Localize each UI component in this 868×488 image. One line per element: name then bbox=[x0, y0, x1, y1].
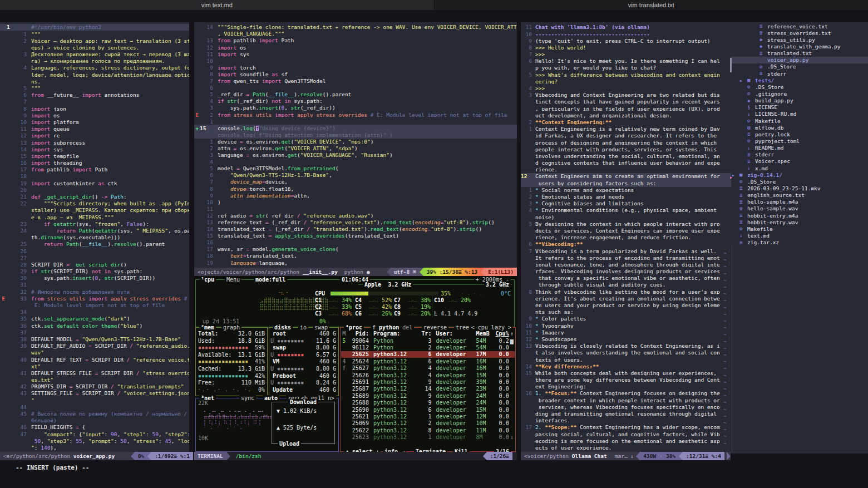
chat-line[interactable]: erience. It's about creating an emotiona… bbox=[521, 295, 731, 302]
tree-item[interactable]: §LICENSE bbox=[731, 104, 868, 111]
tree-item[interactable]: ◆build_app.py bbox=[731, 97, 868, 104]
code-line[interactable]: 15translated_text = apply_stress_overrid… bbox=[194, 233, 517, 239]
code-line[interactable]: 30 sys.path.insert(0, str(SCRIPT_DIR)) bbox=[0, 275, 189, 282]
code-line[interactable]: 12ref_audio = str(_ref_dir / "reference_… bbox=[194, 213, 517, 219]
vim-pane-voicer-app[interactable]: 1#!/usr/bin/env python31"""2Voicer — des… bbox=[0, 22, 189, 454]
file-tree[interactable]: ≣reference_voice.txt≣stress_overrides.tx… bbox=[728, 23, 867, 246]
code-line[interactable]: 10) bbox=[194, 199, 517, 205]
chat-line[interactable]: 6Hello! It's nice to meet you. Is there … bbox=[521, 58, 731, 65]
code-line[interactable]: 3 sys.path.insert(0, str(_ref_dir)) bbox=[194, 105, 517, 111]
process-row[interactable]: 25690python3.126developer15M⋅ ⋅ ⋅ ⋅0.0 bbox=[341, 406, 515, 413]
code-line[interactable]: 16 bbox=[194, 239, 517, 246]
code-line[interactable]: 41DEFAULT_STRESS_FILE = SCRIPT_DIR / "st… bbox=[0, 370, 189, 377]
code-line[interactable]: 34 bbox=[0, 309, 189, 316]
code-line[interactable]: 9import torch bbox=[194, 65, 517, 71]
chat-line[interactable]: 9(type 'quit' to exit, press CTRL-C to i… bbox=[521, 37, 731, 44]
code-line[interactable]: E2from stress_utils import apply_stress_… bbox=[194, 111, 517, 118]
chat-line[interactable]: 2* Emotional states and needs bbox=[521, 194, 731, 200]
tree-item[interactable]: ↓LICENSE-RU.md bbox=[731, 111, 868, 117]
chat-line[interactable]: 1* Social norms and expectations bbox=[521, 187, 731, 194]
process-row[interactable]: 25689python3.129developer24M⋅ ⋅ ⋅ ⋅0.0 bbox=[341, 392, 515, 399]
chat-line[interactable]: ext Engineering: bbox=[521, 383, 731, 390]
process-row[interactable]: f25627python3.124developer16M⋅ ⋅ ⋅ ⋅0.0 bbox=[341, 365, 515, 372]
code-line[interactable]: 17wavs, sr = model.generate_voice_clone( bbox=[194, 246, 517, 253]
tree-item[interactable]: ≣english_source.txt bbox=[731, 192, 861, 199]
code-line[interactable]: 45# Высота полей по режиму (компактно / … bbox=[0, 411, 189, 417]
chat-line[interactable]: ional resonance, tone, and atmosphere th… bbox=[521, 262, 731, 268]
code-line[interactable]: 7 device_map=device, bbox=[194, 179, 517, 185]
chat-line[interactable]: 3* Cognitive biases and limitations bbox=[521, 200, 731, 207]
tree-item[interactable]: ≣stderr bbox=[731, 70, 868, 77]
code-line[interactable]: xt" bbox=[0, 363, 189, 369]
tree-item[interactable]: voicer_app.py bbox=[731, 57, 868, 63]
tree-item[interactable]: ⚙.gitignore bbox=[731, 90, 868, 97]
chat-line[interactable]: 8Think of vibecoding like setting the mo… bbox=[521, 288, 731, 295]
tree-item[interactable]: ≣Voicer.spec bbox=[731, 158, 868, 165]
code-line[interactable]: +15console.log(f"Using device {device}") bbox=[194, 125, 517, 131]
chat-line[interactable]: en users and your product or service by … bbox=[521, 302, 731, 309]
chat-line[interactable]: ects of user experience. bbox=[521, 445, 731, 451]
tree-item[interactable]: ≣reference_voice.txt bbox=[731, 23, 868, 29]
code-line[interactable]: console.log( f"Using attention implement… bbox=[194, 132, 517, 139]
tree-item[interactable]: ◆translate_with_gemma.py bbox=[731, 43, 868, 50]
tree-item[interactable]: ≣hello-sample.m4a bbox=[731, 199, 861, 205]
code-line[interactable]: 1""" bbox=[0, 31, 189, 37]
chat-line[interactable]: uct development, and organizational desi… bbox=[521, 112, 731, 119]
tree-folder[interactable]: ▸■tests/ bbox=[731, 77, 868, 83]
code-line[interactable]: 19import customtkinter as ctk bbox=[0, 180, 189, 186]
chat-line[interactable]: 14**Key differences:** bbox=[521, 363, 731, 369]
chat-line[interactable]: that convey a specific emotional vibe or… bbox=[521, 275, 731, 282]
tree-item[interactable]: ≣hobbit-entry.wav bbox=[731, 219, 861, 225]
code-line[interactable]: 15import tempfile bbox=[0, 153, 189, 160]
code-line[interactable]: 2Voicer — desktop app: raw text → transl… bbox=[0, 37, 189, 44]
process-row[interactable]: 25625python3.126developer17M⋅ ⋅ ⋅ ⋅0.0 bbox=[341, 351, 515, 358]
chat-line[interactable]: p you with, or would you like to chat? bbox=[521, 65, 731, 71]
chat-line[interactable]: 7Vibecoding is a term popularized by Dav… bbox=[521, 248, 731, 254]
code-line[interactable]: wav" bbox=[0, 349, 189, 356]
chat-line[interactable]: 11Chat with 'llama3.1:8b' (via ollama) bbox=[521, 24, 731, 31]
code-line[interactable]: es.txt" bbox=[0, 377, 189, 383]
code-line[interactable]: 26 bbox=[0, 248, 189, 254]
process-row[interactable]: 25691python3.129developer39M⋅ ⋅ ⋅ ⋅0.0 bbox=[341, 378, 515, 385]
chat-line[interactable]: 6**Vibecoding:** bbox=[521, 241, 731, 248]
code-line[interactable]: 5model = Qwen3TTSModel.from_pretrained( bbox=[194, 165, 517, 172]
tree-item[interactable]: ↓text.md bbox=[731, 232, 861, 239]
chat-line[interactable]: there are some key differences between V… bbox=[521, 377, 731, 383]
vim-pane-init-py[interactable]: 14"""Single-file clone: translated.txt +… bbox=[194, 22, 517, 269]
chat-line[interactable]: 11* Imagery bbox=[521, 329, 731, 336]
swap-toggle[interactable]: swap bbox=[313, 324, 329, 331]
auto-toggle[interactable]: auto bbox=[263, 395, 279, 401]
chat-line[interactable]: 7>>> bbox=[521, 51, 731, 58]
tree-item[interactable]: ⚙.DS_Store bbox=[731, 83, 868, 90]
code-line[interactable]: , VOICER_LANGUAGE.""" bbox=[194, 31, 517, 37]
code-line[interactable]: 14import sys bbox=[0, 146, 189, 152]
code-line[interactable]: 12import re bbox=[0, 132, 189, 139]
code-line[interactable]: 8 dtype=torch.float16, bbox=[194, 185, 517, 192]
code-line[interactable]: 4if str(_ref_dir) not in sys.path: bbox=[194, 98, 517, 105]
code-line[interactable]: 3language = os.environ.get("VOICER_LANGU… bbox=[194, 152, 517, 159]
code-line[interactable]: 39DEFAULT_REF_AUDIO = SCRIPT_DIR / "refe… bbox=[0, 343, 189, 349]
process-row[interactable]: 25623python3.121developer8M⋅ ⋅ ⋅ ⋅0.0↓ bbox=[341, 434, 515, 441]
chat-line[interactable]: 12Context Engineers aim to create an opt… bbox=[521, 173, 731, 180]
tree-item[interactable]: ◆stress_utils.py bbox=[731, 36, 868, 43]
tree-item[interactable]: ≣zig.tar.xz bbox=[731, 239, 861, 246]
tree-item[interactable]: ⚙.DS_Store bbox=[731, 63, 868, 70]
code-line[interactable]: 9import os bbox=[0, 112, 189, 119]
tree-item[interactable]: ≣poetry.lock bbox=[731, 131, 868, 137]
code-line[interactable]: 35ctk.set_appearance_mode("dark") bbox=[0, 316, 189, 322]
code-line[interactable]: 8import soundfile as sf bbox=[194, 71, 517, 78]
code-line[interactable]: 10import platform bbox=[0, 119, 189, 126]
chat-line[interactable]: ecoding is more focused on the emotional… bbox=[521, 437, 731, 444]
code-line[interactable]: lder, model, logs; device/attention/lang… bbox=[0, 71, 189, 78]
chat-line[interactable]: 3Vibecoding and Context Engineering are … bbox=[521, 92, 731, 98]
code-line[interactable]: 20 bbox=[0, 187, 189, 194]
chat-line[interactable]: 10------------------------------------ bbox=[521, 31, 731, 37]
code-line[interactable]: 6from __future__ import annotations bbox=[0, 92, 189, 98]
code-line[interactable]: 18 bbox=[0, 173, 189, 180]
code-line[interactable]: 1 bbox=[194, 118, 517, 125]
chat-line[interactable]: ducts or services, Context Engineers can… bbox=[521, 228, 731, 234]
code-line[interactable]: 37 bbox=[0, 329, 189, 336]
code-line[interactable]: 14"""Single-file clone: translated.txt +… bbox=[194, 24, 517, 31]
code-line[interactable]: 14translated_text = (_ref_dir / "transla… bbox=[194, 226, 517, 233]
code-line[interactable]: 27 bbox=[0, 254, 189, 261]
